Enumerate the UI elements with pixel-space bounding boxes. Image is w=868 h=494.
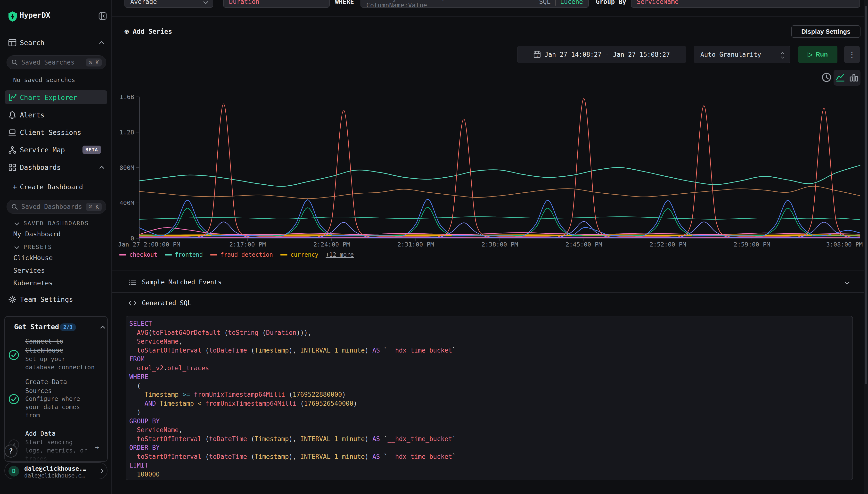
date-range-picker[interactable]: 1 Jan 27 14:08:27 - Jan 27 15:08:27 bbox=[517, 46, 686, 63]
legend-more-link[interactable]: +12 more bbox=[326, 251, 354, 258]
sidebar-item-client-sessions[interactable]: Client Sessions bbox=[0, 126, 112, 139]
sidebar-item-label: Client Sessions bbox=[20, 129, 81, 137]
saved-dashboards-input[interactable]: Saved Dashboards ⌘ K bbox=[6, 200, 106, 214]
group-by-value: ServiceName bbox=[637, 0, 678, 5]
granularity-select[interactable]: Auto Granularity bbox=[694, 46, 790, 63]
sidebar-item-service-map[interactable]: Service Map BETA bbox=[0, 144, 112, 156]
y-axis-label: 0 bbox=[131, 235, 134, 242]
chart-series-fraud-detection bbox=[139, 98, 860, 237]
chevron-down-icon bbox=[14, 244, 19, 249]
group-by-input[interactable]: ServiceName bbox=[631, 0, 860, 8]
create-dashboard-button[interactable]: + Create Dashboard bbox=[0, 180, 112, 193]
gs-item-title[interactable]: Connect to ClickHouse bbox=[25, 337, 93, 355]
sidebar-item-team-settings[interactable]: Team Settings bbox=[0, 293, 112, 306]
display-settings-button[interactable]: Display Settings bbox=[791, 25, 861, 38]
search-events-input[interactable]: Search your events w/ Lucene ex: ColumnN… bbox=[361, 0, 589, 8]
gs-item-desc: Set up your database connection bbox=[25, 355, 96, 372]
sidebar-item-label: Alerts bbox=[20, 111, 44, 119]
scrollbar-track[interactable] bbox=[864, 0, 868, 494]
arrow-right-icon[interactable]: → bbox=[95, 443, 99, 451]
mode-lucene-toggle[interactable]: Lucene bbox=[560, 0, 583, 5]
sidebar-item-chart-explorer[interactable]: Chart Explorer bbox=[5, 90, 107, 104]
line-chart-icon[interactable] bbox=[835, 73, 845, 83]
sidebar-item-clickhouse[interactable]: ClickHouse bbox=[0, 252, 112, 263]
chart-series-9 bbox=[139, 200, 860, 236]
divider bbox=[112, 270, 864, 271]
more-options-button[interactable]: ⋮ bbox=[844, 46, 860, 63]
presets-section[interactable]: PRESETS bbox=[0, 242, 112, 252]
chart-series-7 bbox=[139, 222, 860, 237]
sample-events-label: Sample Matched Events bbox=[142, 279, 222, 286]
legend-item[interactable]: currency bbox=[280, 251, 319, 258]
chevron-down-icon bbox=[203, 0, 208, 4]
search-icon bbox=[11, 203, 18, 210]
where-label: WHERE bbox=[335, 0, 354, 5]
sidebar-item-services[interactable]: Services bbox=[0, 265, 112, 276]
sidebar-item-my-dashboard[interactable]: My Dashboard bbox=[0, 229, 112, 239]
legend-swatch bbox=[280, 254, 288, 255]
help-button[interactable]: ? bbox=[4, 444, 17, 458]
chevron-up-icon bbox=[99, 41, 104, 46]
gear-icon bbox=[8, 295, 17, 304]
saved-dashboards-placeholder: Saved Dashboards bbox=[21, 203, 83, 210]
sidebar-item-dashboards[interactable]: Dashboards bbox=[0, 161, 112, 174]
sidebar-item-search[interactable]: Search bbox=[0, 36, 112, 49]
legend-item[interactable]: frontend bbox=[165, 251, 203, 258]
add-series-label: Add Series bbox=[133, 28, 172, 35]
get-started-card: Get Started 2/3 Connect to ClickHouse Se… bbox=[4, 316, 108, 462]
sidebar-item-label: Search bbox=[20, 39, 44, 47]
aggregation-select[interactable]: Average bbox=[124, 0, 213, 8]
sidebar-collapse-icon[interactable] bbox=[98, 12, 107, 20]
hyperdx-logo-icon bbox=[8, 11, 17, 22]
x-axis-label: 2:59:00 PM bbox=[734, 241, 770, 248]
sidebar-item-kubernetes[interactable]: Kubernetes bbox=[0, 278, 112, 288]
group-by-label: Group By bbox=[596, 0, 626, 5]
divider bbox=[112, 292, 864, 293]
y-axis-label: 800M bbox=[120, 164, 134, 171]
kbd-shortcut: ⌘ K bbox=[86, 203, 102, 211]
account-email: dale@clickhouse.c… bbox=[24, 472, 85, 479]
generated-sql-header[interactable]: Generated SQL bbox=[112, 298, 864, 309]
add-series-button[interactable]: ⊕ Add Series bbox=[124, 27, 172, 36]
y-axis-label: 1.2B bbox=[120, 129, 134, 136]
chevron-down-icon bbox=[845, 280, 850, 285]
field-input[interactable]: Duration bbox=[223, 0, 330, 8]
generated-sql-label: Generated SQL bbox=[142, 299, 191, 307]
gs-item-title[interactable]: Add Data bbox=[25, 429, 93, 438]
chart-series-4 bbox=[139, 237, 860, 237]
saved-dashboards-section[interactable]: SAVED DASHBOARDS bbox=[0, 218, 112, 229]
calendar-icon: 1 bbox=[534, 51, 541, 58]
preset-link-label: ClickHouse bbox=[13, 254, 53, 262]
clock-icon[interactable] bbox=[822, 72, 832, 82]
bell-icon bbox=[8, 111, 17, 119]
sample-events-header[interactable]: Sample Matched Events bbox=[112, 277, 864, 288]
chart-axes bbox=[139, 97, 860, 238]
sidebar: HyperDX Search Saved Searches ⌘ K No sav… bbox=[0, 0, 112, 494]
sql-code[interactable]: SELECT AVG(toFloat64OrDefault (toString … bbox=[129, 319, 852, 479]
saved-searches-input[interactable]: Saved Searches ⌘ K bbox=[6, 55, 106, 70]
account-footer[interactable]: D dale@clickhouse.… dale@clickhouse.c… bbox=[4, 462, 108, 479]
aggregation-value: Average bbox=[130, 0, 157, 5]
run-button[interactable]: ▷ Run bbox=[798, 46, 837, 63]
section-label: PRESETS bbox=[23, 244, 52, 250]
mode-sql-toggle[interactable]: SQL bbox=[539, 0, 551, 5]
sidebar-item-label: Team Settings bbox=[20, 296, 73, 304]
sidebar-item-label: Chart Explorer bbox=[20, 94, 77, 102]
legend-item[interactable]: checkout bbox=[119, 251, 157, 258]
mode-separator: | bbox=[553, 0, 557, 5]
legend-label: fraud-detection bbox=[220, 251, 273, 258]
scrollbar-thumb[interactable] bbox=[865, 6, 867, 384]
chevron-up-icon[interactable] bbox=[100, 326, 105, 330]
sidebar-item-alerts[interactable]: Alerts bbox=[0, 109, 112, 121]
x-axis-label: 2:24:00 PM bbox=[313, 241, 350, 248]
legend-item[interactable]: fraud-detection bbox=[210, 251, 273, 258]
bar-chart-icon[interactable] bbox=[849, 73, 859, 83]
x-axis-label: 2:31:00 PM bbox=[398, 241, 434, 248]
svg-text:1: 1 bbox=[536, 54, 538, 57]
preset-link-label: Kubernetes bbox=[13, 279, 53, 287]
brand-title: HyperDX bbox=[20, 11, 50, 19]
gs-item-title[interactable]: Create Data Sources bbox=[25, 378, 93, 396]
check-circle-icon bbox=[8, 394, 19, 404]
sql-panel: SELECT AVG(toFloat64OrDefault (toString … bbox=[126, 316, 853, 480]
chart-explorer-icon bbox=[9, 93, 17, 101]
